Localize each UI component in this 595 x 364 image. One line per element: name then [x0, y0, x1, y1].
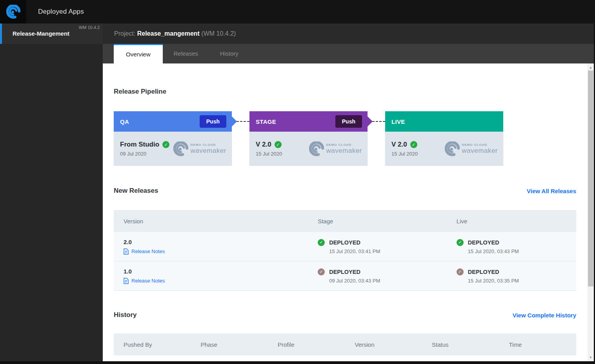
sidebar-project-name: Release-Mangement — [13, 30, 100, 37]
live-status-time: 15 Jul 2020, 03:35 PM — [468, 278, 519, 284]
sidebar-item-release-management[interactable]: WM 10.4.2 Release-Mangement — [0, 24, 103, 44]
col-status: Status — [422, 341, 499, 348]
version-cell: 1.0 Release Notes — [114, 268, 308, 284]
document-icon — [124, 248, 129, 255]
wave-icon — [173, 141, 188, 156]
stage-status-time: 09 Jul 2020, 03:43 PM — [329, 278, 380, 284]
version-number: 1.0 — [124, 268, 308, 275]
stage-stage-name: STAGE — [256, 118, 335, 125]
stage-deployed-check-icon — [318, 239, 325, 246]
qa-stage-name: QA — [120, 118, 200, 125]
content-area: Release Pipeline QA Push From Studio — [103, 63, 588, 364]
sidebar-project-version: WM 10.4.2 — [13, 25, 100, 30]
project-version: (WM 10.4.2) — [201, 30, 236, 37]
page-title: Deployed Apps — [38, 8, 84, 16]
history-table: Pushed By Phase Profile Version Status T… — [114, 333, 576, 355]
col-phase: Phase — [191, 341, 268, 348]
qa-version: From Studio — [120, 141, 159, 148]
stage-status-cell: DEPLOYED 15 Jul 2020, 03:41 PM — [308, 239, 447, 254]
version-cell: 2.0 Release Notes — [114, 239, 308, 255]
scroll-down-icon[interactable] — [588, 354, 594, 360]
release-notes-link[interactable]: Release Notes — [124, 248, 308, 255]
tab-releases[interactable]: Releases — [163, 44, 209, 63]
demo-cloud-label: DEMO CLOUD — [326, 143, 362, 147]
live-status-cell: DEPLOYED 15 Jul 2020, 03:43 PM — [447, 239, 576, 254]
col-version: Version — [114, 218, 308, 225]
view-all-releases-link[interactable]: View All Releases — [527, 188, 576, 194]
stage-card-body: V 2.0 15 Jul 2020 — [249, 132, 368, 166]
live-demo-cloud-logo: DEMO CLOUD wavemaker — [445, 141, 498, 156]
wavemaker-label: wavemaker — [326, 147, 362, 155]
wavemaker-label: wavemaker — [462, 147, 498, 155]
window-bottom-edge — [0, 361, 595, 364]
qa-stage-header: QA Push — [114, 111, 232, 132]
col-pushed-by: Pushed By — [114, 341, 191, 348]
wave-icon — [6, 5, 20, 19]
release-pipeline: QA Push From Studio 09 Jul 2020 — [114, 111, 576, 166]
pipeline-card-qa: QA Push From Studio 09 Jul 2020 — [114, 111, 232, 166]
release-notes-link[interactable]: Release Notes — [124, 278, 308, 284]
stage-deployed-check-icon — [275, 141, 282, 148]
history-table-header: Pushed By Phase Profile Version Status T… — [114, 333, 576, 355]
history-section-head: History View Complete History — [114, 311, 576, 319]
stage-live-connector — [368, 111, 385, 132]
project-name: Release_mangement — [137, 30, 200, 37]
col-time: Time — [499, 341, 577, 348]
qa-demo-cloud-logo: DEMO CLOUD wavemaker — [173, 141, 226, 156]
release-notes-label: Release Notes — [131, 278, 165, 284]
wave-icon — [445, 141, 460, 156]
col-version: Version — [345, 341, 422, 348]
project-header: Project: Release_mangement (WM 10.4.2) — [103, 24, 595, 44]
main-area: Project: Release_mangement (WM 10.4.2) O… — [103, 24, 595, 364]
demo-cloud-label: DEMO CLOUD — [462, 143, 498, 147]
stage-push-button[interactable]: Push — [335, 115, 362, 128]
stage-version: V 2.0 — [256, 141, 271, 148]
stage-status-cell: DEPLOYED 09 Jul 2020, 03:43 PM — [308, 268, 447, 284]
col-live: Live — [447, 218, 576, 225]
release-pipeline-title: Release Pipeline — [114, 88, 576, 96]
stage-demo-cloud-logo: DEMO CLOUD wavemaker — [309, 141, 362, 156]
col-profile: Profile — [268, 341, 345, 348]
document-icon — [124, 278, 129, 284]
scroll-up-icon[interactable] — [588, 64, 594, 71]
qa-card-body: From Studio 09 Jul 2020 — [114, 132, 232, 166]
live-stage-header: LIVE — [385, 111, 503, 132]
new-releases-table: Version Stage Live 2.0 Release Notes — [114, 210, 576, 291]
release-row-1-0: 1.0 Release Notes DEPLOYED — [114, 261, 576, 291]
qa-stage-connector — [232, 111, 249, 132]
app-window: Deployed Apps WM 10.4.2 Release-Mangemen… — [0, 0, 595, 364]
stage-status-time: 15 Jul 2020, 03:41 PM — [329, 248, 380, 254]
stage-status: DEPLOYED — [329, 268, 380, 275]
live-stage-name: LIVE — [391, 118, 498, 125]
live-deploy-date: 15 Jul 2020 — [391, 151, 418, 157]
version-number: 2.0 — [124, 239, 308, 245]
live-deployed-check-icon — [457, 239, 464, 246]
sidebar: WM 10.4.2 Release-Mangement — [0, 24, 103, 364]
stage-deployed-check-icon — [318, 268, 325, 275]
qa-push-button[interactable]: Push — [200, 115, 226, 128]
live-status-time: 15 Jul 2020, 03:43 PM — [468, 248, 519, 254]
stage-status: DEPLOYED — [329, 239, 380, 246]
pipeline-card-stage: STAGE Push V 2.0 15 Jul 2020 — [249, 111, 368, 166]
col-stage: Stage — [308, 218, 447, 225]
wavemaker-logo — [0, 0, 26, 24]
release-row-2-0: 2.0 Release Notes DEPLOYED — [114, 232, 576, 261]
new-releases-table-header: Version Stage Live — [114, 210, 576, 232]
new-releases-title: New Releases — [114, 187, 158, 195]
qa-deployed-check-icon — [162, 141, 169, 148]
new-releases-section-head: New Releases View All Releases — [114, 187, 576, 195]
project-label: Project: — [114, 30, 135, 37]
tab-history[interactable]: History — [209, 44, 249, 63]
vertical-scrollbar[interactable] — [588, 63, 594, 361]
view-complete-history-link[interactable]: View Complete History — [513, 312, 576, 319]
live-card-body: V 2.0 15 Jul 2020 — [385, 132, 503, 166]
wavemaker-label: wavemaker — [191, 147, 226, 155]
pipeline-card-live: LIVE V 2.0 15 Jul 2020 — [385, 111, 503, 166]
scrollbar-thumb[interactable] — [588, 71, 593, 286]
demo-cloud-label: DEMO CLOUD — [191, 143, 226, 147]
live-status: DEPLOYED — [468, 239, 519, 246]
live-deployed-check-icon — [457, 268, 464, 275]
top-bar: Deployed Apps — [0, 0, 595, 24]
live-deployed-check-icon — [410, 141, 417, 148]
tab-overview[interactable]: Overview — [114, 44, 163, 63]
